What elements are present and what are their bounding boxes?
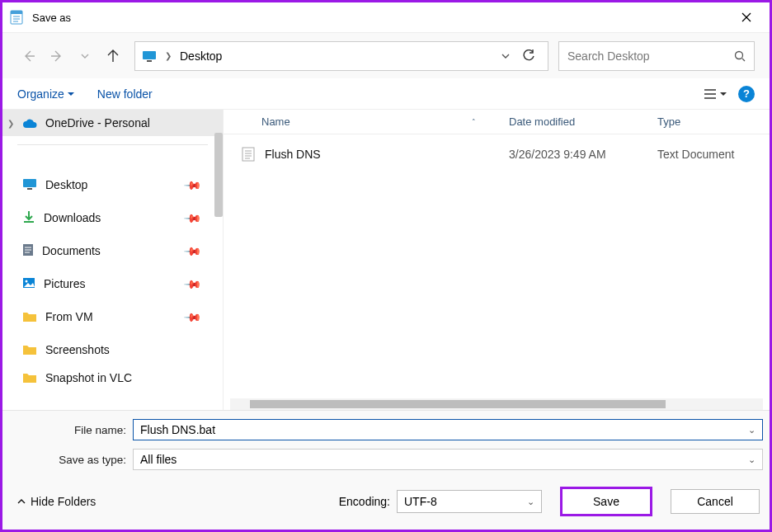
scrollbar-thumb[interactable] bbox=[214, 133, 223, 217]
pin-icon: 📌 bbox=[183, 175, 202, 194]
arrow-right-icon bbox=[50, 49, 64, 63]
save-button[interactable]: Save bbox=[560, 487, 652, 516]
refresh-icon bbox=[522, 49, 535, 63]
address-bar[interactable]: ❯ Desktop bbox=[134, 41, 548, 71]
sidebar-item-label: Downloads bbox=[44, 211, 101, 224]
back-button[interactable] bbox=[17, 45, 40, 68]
document-icon bbox=[22, 243, 34, 259]
action-row: Hide Folders Encoding: UTF-8 ⌄ Save Canc… bbox=[9, 483, 763, 520]
column-header-name[interactable]: Name ˄ bbox=[261, 115, 509, 128]
saveastype-input[interactable]: All files ⌄ bbox=[133, 449, 763, 470]
sidebar-item-pictures[interactable]: Pictures 📌 bbox=[2, 267, 223, 300]
saveastype-label: Save as type: bbox=[9, 454, 133, 466]
sidebar-item-label: OneDrive - Personal bbox=[45, 116, 150, 129]
encoding-label: Encoding: bbox=[339, 495, 390, 508]
file-list: Name ˄ Date modified Type Flush DNS 3/26… bbox=[224, 110, 770, 410]
chevron-down-icon[interactable]: ⌄ bbox=[748, 425, 756, 435]
sidebar-item-fromvm[interactable]: From VM 📌 bbox=[2, 300, 223, 333]
chevron-down-icon bbox=[81, 52, 89, 60]
chevron-down-icon: ⌄ bbox=[527, 497, 534, 507]
notepad-icon bbox=[9, 10, 24, 25]
organize-label: Organize bbox=[17, 87, 64, 101]
sidebar-item-label: Desktop bbox=[45, 178, 87, 191]
file-row[interactable]: Flush DNS 3/26/2023 9:49 AM Text Documen… bbox=[224, 139, 770, 169]
save-label: Save bbox=[593, 495, 619, 508]
help-button[interactable]: ? bbox=[738, 86, 755, 102]
filename-label: File name: bbox=[9, 424, 133, 436]
folder-icon bbox=[22, 344, 37, 355]
address-dropdown-button[interactable] bbox=[501, 49, 510, 64]
pin-icon: 📌 bbox=[183, 241, 202, 260]
search-input[interactable]: Search Desktop bbox=[558, 41, 755, 71]
sidebar-item-documents[interactable]: Documents 📌 bbox=[2, 234, 223, 267]
download-icon bbox=[22, 210, 35, 226]
bottom-panel: File name: Flush DNS.bat ⌄ Save as type:… bbox=[2, 410, 770, 530]
svg-line-10 bbox=[742, 59, 745, 61]
sort-caret-icon: ˄ bbox=[472, 118, 476, 126]
up-button[interactable] bbox=[101, 45, 125, 68]
chevron-down-icon[interactable]: ⌄ bbox=[748, 454, 756, 465]
chevron-up-icon bbox=[17, 497, 26, 506]
sidebar-item-label: Snapshot in VLC bbox=[45, 371, 132, 384]
chevron-down-icon bbox=[501, 52, 510, 60]
svg-rect-14 bbox=[23, 179, 36, 187]
saveastype-value: All files bbox=[140, 453, 177, 466]
file-date: 3/26/2023 9:49 AM bbox=[509, 148, 657, 161]
new-folder-label: New folder bbox=[97, 87, 153, 101]
hide-folders-button[interactable]: Hide Folders bbox=[12, 495, 96, 508]
sidebar-item-downloads[interactable]: Downloads 📌 bbox=[2, 201, 223, 234]
sidebar-scrollbar[interactable] bbox=[211, 110, 223, 410]
horizontal-scrollbar[interactable] bbox=[230, 398, 763, 410]
chevron-right-icon[interactable]: ❯ bbox=[7, 119, 14, 128]
monitor-icon bbox=[142, 50, 157, 62]
window-title: Save as bbox=[32, 12, 730, 24]
svg-point-9 bbox=[736, 51, 743, 59]
svg-rect-23 bbox=[242, 148, 254, 161]
cancel-label: Cancel bbox=[697, 495, 733, 508]
pin-icon: 📌 bbox=[183, 307, 202, 326]
list-view-icon bbox=[704, 88, 717, 100]
sidebar: ❯ OneDrive - Personal Desktop 📌 Download… bbox=[2, 110, 224, 410]
text-file-icon bbox=[242, 147, 255, 162]
encoding-select[interactable]: UTF-8 ⌄ bbox=[397, 490, 542, 513]
svg-rect-7 bbox=[143, 51, 156, 59]
close-button[interactable] bbox=[730, 5, 763, 30]
sidebar-item-screenshots[interactable]: Screenshots bbox=[2, 333, 223, 366]
caret-down-icon bbox=[720, 91, 727, 97]
column-headers: Name ˄ Date modified Type bbox=[224, 110, 770, 134]
sidebar-item-snapshotvlc[interactable]: Snapshot in VLC bbox=[2, 366, 223, 389]
svg-rect-15 bbox=[27, 188, 32, 190]
monitor-icon bbox=[22, 178, 37, 192]
breadcrumb-separator-icon: ❯ bbox=[165, 51, 172, 60]
sidebar-item-onedrive[interactable]: ❯ OneDrive - Personal bbox=[2, 110, 223, 136]
hide-folders-label: Hide Folders bbox=[31, 495, 96, 508]
scrollbar-thumb[interactable] bbox=[250, 400, 666, 408]
search-placeholder: Search Desktop bbox=[567, 49, 650, 63]
cancel-button[interactable]: Cancel bbox=[671, 489, 760, 514]
encoding-value: UTF-8 bbox=[404, 495, 437, 508]
filename-input[interactable]: Flush DNS.bat ⌄ bbox=[133, 419, 763, 440]
arrow-left-icon bbox=[22, 49, 35, 63]
nav-row: ❯ Desktop Search Desktop bbox=[2, 32, 770, 78]
sidebar-item-label: From VM bbox=[45, 310, 93, 323]
column-header-type[interactable]: Type bbox=[657, 115, 770, 128]
pin-icon: 📌 bbox=[183, 208, 202, 227]
view-options-button[interactable] bbox=[704, 88, 727, 100]
refresh-button[interactable] bbox=[516, 49, 541, 63]
cloud-icon bbox=[22, 118, 37, 128]
body: ❯ OneDrive - Personal Desktop 📌 Download… bbox=[2, 110, 770, 410]
organize-button[interactable]: Organize bbox=[17, 87, 74, 101]
close-icon bbox=[741, 12, 751, 22]
caret-down-icon bbox=[68, 91, 74, 97]
folder-icon bbox=[22, 372, 37, 384]
filename-value: Flush DNS.bat bbox=[140, 423, 215, 436]
recent-locations-button[interactable] bbox=[73, 45, 96, 68]
sidebar-item-desktop[interactable]: Desktop 📌 bbox=[2, 168, 223, 201]
new-folder-button[interactable]: New folder bbox=[97, 87, 153, 101]
forward-button[interactable] bbox=[45, 45, 68, 68]
column-header-date[interactable]: Date modified bbox=[509, 115, 657, 128]
svg-point-22 bbox=[26, 280, 28, 282]
folder-icon bbox=[22, 311, 37, 322]
sidebar-item-label: Screenshots bbox=[45, 343, 110, 356]
breadcrumb-item[interactable]: Desktop bbox=[180, 49, 222, 63]
